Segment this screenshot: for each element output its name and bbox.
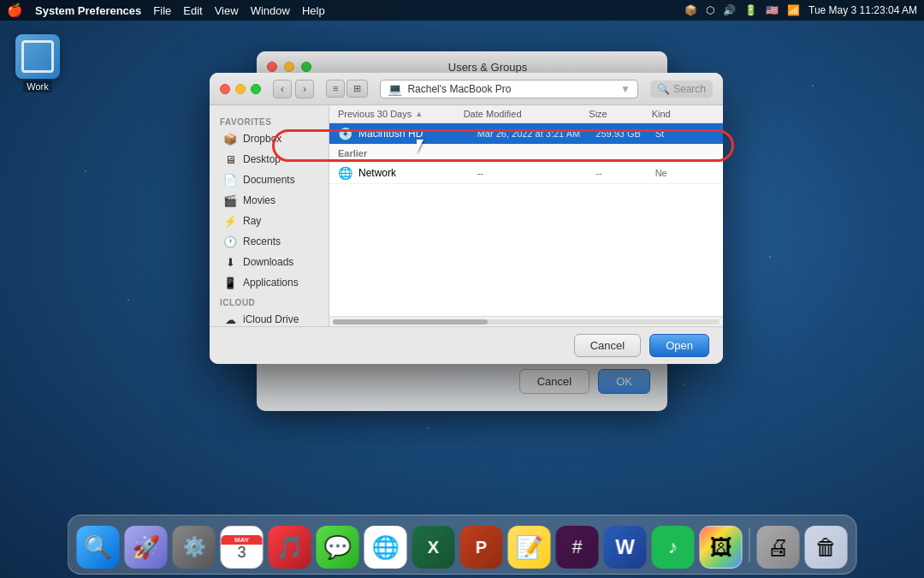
dock: 🔍 🚀 ⚙️ MAY 3 🎵 💬 🌐 X P 📝 # W ♪ 🖼 🖨 🗑 (68, 515, 857, 575)
sort-arrow: ▲ (415, 110, 423, 118)
minimize-button[interactable] (284, 62, 294, 72)
forward-button[interactable]: › (295, 80, 314, 98)
col-name-header[interactable]: Previous 30 Days ▲ (338, 109, 464, 119)
dock-spotify[interactable]: ♪ (652, 526, 695, 569)
location-icon: 💻 (388, 82, 402, 96)
dialog-maximize-button[interactable] (251, 84, 261, 94)
col-kind-header[interactable]: Kind (652, 109, 714, 119)
dock-word[interactable]: W (604, 526, 647, 569)
file-row-macintosh-hd[interactable]: 💿 Macintosh HD Mar 26, 2022 at 3:21 AM 2… (329, 123, 723, 145)
recents-icon: 🕐 (223, 235, 237, 248)
dock-calendar[interactable]: MAY 3 (221, 526, 264, 569)
location-chevron: ▼ (620, 83, 631, 95)
file-name: Macintosh HD (355, 128, 477, 140)
menubar-dropbox-icon: 📦 (684, 4, 697, 16)
sidebar-item-label: Dropbox (243, 133, 281, 145)
search-icon: 🔍 (657, 83, 670, 95)
close-button[interactable] (267, 62, 277, 72)
applications-icon: 📱 (223, 276, 237, 289)
dock-divider (749, 527, 750, 562)
menubar-clock: Tue May 3 11:23:04 AM (808, 4, 917, 16)
file-picker-dialog: ‹ › ≡ ⊞ 💻 Rachel's MacBook Pro ▼ 🔍 Searc… (210, 73, 723, 364)
sidebar-item-label: Movies (243, 194, 275, 206)
grid-view-button[interactable]: ⊞ (346, 80, 368, 98)
col-date-header[interactable]: Date Modified (464, 109, 589, 119)
dock-launchpad[interactable]: 🚀 (125, 526, 168, 569)
back-button[interactable]: ‹ (273, 80, 292, 98)
dialog-minimize-button[interactable] (235, 84, 246, 94)
bg-cancel-button[interactable]: Cancel (519, 369, 589, 394)
dock-music[interactable]: 🎵 (269, 526, 311, 569)
dock-notes[interactable]: 📝 (508, 526, 551, 569)
dock-chrome[interactable]: 🌐 (364, 526, 407, 569)
downloads-icon: ⬇ (223, 255, 237, 269)
sidebar-item-label: iCloud Drive (243, 313, 299, 325)
menubar-right: 📦 ⬡ 🔊 🔋 🇺🇸 📶 Tue May 3 11:23:04 AM (684, 4, 917, 16)
sidebar-item-label: Applications (243, 277, 299, 289)
dock-excel[interactable]: X (412, 526, 455, 569)
dock-sysprefs[interactable]: ⚙️ (173, 526, 216, 569)
hd-icon: 💿 (338, 127, 355, 140)
sidebar-item-desktop[interactable]: 🖥 Desktop (213, 149, 325, 170)
dock-printer-utility[interactable]: 🖨 (757, 526, 800, 569)
documents-icon: 📄 (223, 173, 237, 187)
desktop-work-folder[interactable]: Work (15, 34, 60, 92)
view-toggle-buttons: ≡ ⊞ (326, 80, 368, 98)
bg-window-title: Users & Groups (318, 61, 657, 74)
menubar-view[interactable]: View (215, 4, 239, 17)
menubar-help[interactable]: Help (302, 4, 325, 17)
earlier-section-header: Earlier (329, 145, 723, 163)
sidebar-item-documents[interactable]: 📄 Documents (213, 170, 325, 190)
sidebar-item-label: Recents (243, 235, 281, 247)
sidebar-item-movies[interactable]: 🎬 Movies (213, 190, 325, 211)
sidebar-item-recents[interactable]: 🕐 Recents (213, 231, 325, 252)
column-headers: Previous 30 Days ▲ Date Modified Size Ki… (329, 105, 723, 123)
sidebar-item-label: Desktop (243, 153, 281, 165)
dock-messages[interactable]: 💬 (317, 526, 359, 569)
dock-photos[interactable]: 🖼 (700, 526, 743, 569)
menubar-edit[interactable]: Edit (183, 4, 202, 17)
file-date: Mar 26, 2022 at 3:21 AM (477, 128, 596, 139)
bg-window-buttons: Cancel OK (519, 369, 650, 394)
dock-powerpoint[interactable]: P (460, 526, 503, 569)
menubar-app-name[interactable]: System Preferences (35, 4, 141, 17)
horizontal-scrollbar[interactable] (329, 316, 723, 326)
network-file-icon: 🌐 (338, 166, 355, 180)
maximize-button[interactable] (301, 62, 311, 72)
sidebar-item-icloud-drive[interactable]: ☁ iCloud Drive (213, 309, 325, 326)
menubar-window[interactable]: Window (251, 4, 290, 17)
sidebar-item-downloads[interactable]: ⬇ Downloads (213, 252, 325, 272)
search-box[interactable]: 🔍 Search (650, 80, 713, 98)
location-bar[interactable]: 💻 Rachel's MacBook Pro ▼ (380, 80, 638, 98)
search-placeholder: Search (673, 83, 706, 95)
open-button[interactable]: Open (649, 334, 709, 357)
dock-finder[interactable]: 🔍 (77, 526, 120, 569)
ray-icon: ⚡ (223, 214, 237, 228)
list-view-button[interactable]: ≡ (326, 80, 345, 98)
desktop-icon-small: 🖥 (223, 152, 237, 166)
sidebar-item-ray[interactable]: ⚡ Ray (213, 211, 325, 231)
cancel-button[interactable]: Cancel (574, 334, 641, 357)
bg-ok-button[interactable]: OK (598, 369, 650, 394)
sidebar-item-label: Ray (243, 215, 261, 227)
sidebar-item-label: Downloads (243, 256, 293, 268)
dialog-close-button[interactable] (220, 84, 230, 94)
sidebar-item-applications[interactable]: 📱 Applications (213, 272, 325, 293)
file-kind: Ne (655, 168, 714, 178)
movies-icon: 🎬 (223, 194, 237, 207)
file-row-network[interactable]: 🌐 Network -- -- Ne (329, 163, 723, 184)
dock-trash[interactable]: 🗑 (805, 526, 848, 569)
menubar-flag-icon: 🇺🇸 (766, 4, 779, 16)
menubar: 🍎 System Preferences File Edit View Wind… (0, 0, 924, 21)
menubar-wifi-icon: 📶 (787, 4, 800, 16)
dialog-body: Favorites 📦 Dropbox 🖥 Desktop 📄 Document… (210, 105, 723, 326)
col-size-header[interactable]: Size (589, 109, 651, 119)
menubar-file[interactable]: File (153, 4, 171, 17)
dropbox-icon: 📦 (223, 132, 237, 146)
sidebar-item-dropbox[interactable]: 📦 Dropbox (213, 128, 325, 149)
icloud-label: iCloud (210, 293, 329, 309)
apple-menu[interactable]: 🍎 (7, 3, 23, 18)
dock-slack[interactable]: # (556, 526, 599, 569)
dialog-bottom-bar: Cancel Open (210, 326, 723, 364)
menubar-left: 🍎 System Preferences File Edit View Wind… (7, 3, 325, 18)
